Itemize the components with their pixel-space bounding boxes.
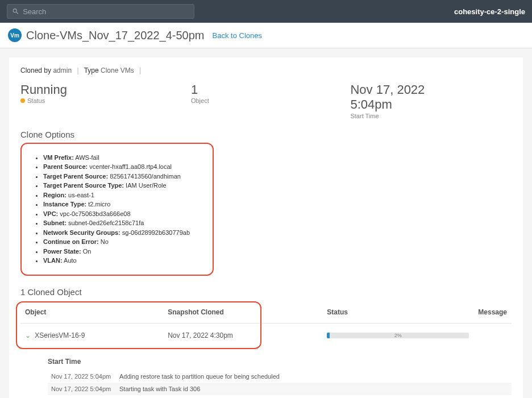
- log-message: Fetching information about VMs to clone: [116, 395, 512, 398]
- col-snapshot[interactable]: Snapshot Cloned: [163, 301, 322, 324]
- topbar: cohesity-ce-2-single: [0, 0, 532, 23]
- option-item: Power State: On: [43, 247, 201, 256]
- log-heading: Start Time: [48, 353, 512, 370]
- content-panel: Cloned by admin | Type Clone VMs | Runni…: [9, 57, 523, 398]
- option-item: Region: us-east-1: [43, 190, 201, 200]
- option-item: VM Prefix: AWS-fail: [43, 153, 201, 163]
- table-row[interactable]: ⌄ XSeriesVM-16-9 Nov 17, 2022 4:30pm 2%: [20, 323, 512, 347]
- option-item: Instance Type: t2.micro: [43, 200, 201, 209]
- status-value: Running: [20, 82, 191, 97]
- option-item: Continue on Error: No: [43, 237, 201, 247]
- separator: |: [139, 67, 141, 74]
- cloned-object-table-wrap: Object Snapshot Cloned Status Message ⌄ …: [20, 301, 512, 347]
- cloned-by-label: Cloned by: [20, 67, 51, 74]
- col-message[interactable]: Message: [473, 301, 512, 324]
- col-object[interactable]: Object: [20, 301, 163, 324]
- object-label: Object: [191, 97, 351, 104]
- start-time-label: Start Time: [350, 113, 466, 119]
- snapshot-cell: Nov 17, 2022 4:30pm: [163, 323, 322, 347]
- log-time: Nov 17, 2022 5:04pm: [48, 370, 116, 383]
- option-item: Network Security Groups: sg-06d28992b630…: [43, 228, 201, 238]
- log-time: Nov 17, 2022 5:04pm: [48, 383, 116, 395]
- page-header: Vm Clone-VMs_Nov_17_2022_4-50pm Back to …: [0, 23, 532, 48]
- cloned-by-value: admin: [53, 67, 72, 74]
- log-area: Start Time Nov 17, 2022 5:04pmAdding res…: [20, 353, 512, 398]
- meta-row: Cloned by admin | Type Clone VMs |: [20, 67, 512, 74]
- log-table: Nov 17, 2022 5:04pmAdding restore task t…: [48, 370, 512, 398]
- option-item: Parent Source: vcenter-hxaff1.aa08.rtp4.…: [43, 162, 201, 172]
- object-cell: ⌄ XSeriesVM-16-9: [20, 323, 163, 347]
- log-time: Nov 17, 2022 5:04pm: [48, 395, 116, 398]
- status-label: Status: [20, 97, 191, 104]
- summary-row: Running Status 1 Object Nov 17, 2022 5:0…: [20, 82, 512, 119]
- log-row: Nov 17, 2022 5:04pmAdding restore task t…: [48, 370, 512, 383]
- back-to-clones-link[interactable]: Back to Clones: [213, 31, 262, 40]
- page-title: Clone-VMs_Nov_17_2022_4-50pm: [26, 29, 205, 42]
- option-item: VLAN: Auto: [43, 256, 201, 266]
- option-item: VPC: vpc-0c75063bd3a666e08: [43, 209, 201, 219]
- option-item: Subnet: subnet-0ed26efc2158c71fa: [43, 218, 201, 228]
- log-message: Starting task with Task id 306: [116, 383, 512, 395]
- summary-object: 1 Object: [191, 82, 351, 119]
- status-cell: 2%: [322, 323, 473, 347]
- col-status[interactable]: Status: [322, 301, 473, 324]
- option-item: Target Parent Source: 825617413560/andhi…: [43, 172, 201, 181]
- vm-icon: Vm: [8, 28, 22, 42]
- summary-status: Running Status: [20, 82, 191, 119]
- log-message: Adding restore task to partition queue f…: [116, 370, 512, 383]
- status-dot-icon: [20, 98, 25, 103]
- cloned-object-heading: 1 Cloned Object: [20, 287, 512, 297]
- search-box[interactable]: [7, 4, 194, 19]
- search-icon: [12, 7, 19, 15]
- summary-start-time: Nov 17, 2022 5:04pm Start Time: [350, 82, 466, 119]
- message-cell: [473, 323, 512, 347]
- clone-options-box: VM Prefix: AWS-failParent Source: vcente…: [20, 143, 214, 276]
- clone-options-heading: Clone Options: [20, 130, 512, 139]
- separator: |: [77, 67, 78, 74]
- option-item: Target Parent Source Type: IAM User/Role: [43, 181, 201, 190]
- search-input[interactable]: [23, 7, 189, 16]
- cluster-name[interactable]: cohesity-ce-2-single: [454, 7, 525, 16]
- log-row: Nov 17, 2022 5:04pmStarting task with Ta…: [48, 383, 512, 395]
- progress-bar: 2%: [327, 333, 469, 338]
- object-count: 1: [191, 82, 351, 97]
- start-time-value: Nov 17, 2022 5:04pm: [350, 82, 466, 113]
- type-value: Clone VMs: [101, 67, 134, 74]
- cloned-object-table: Object Snapshot Cloned Status Message ⌄ …: [20, 301, 512, 347]
- log-row: Nov 17, 2022 5:04pmFetching information …: [48, 395, 512, 398]
- chevron-down-icon[interactable]: ⌄: [25, 331, 31, 339]
- progress-text: 2%: [327, 333, 469, 338]
- type-label: Type: [84, 67, 99, 74]
